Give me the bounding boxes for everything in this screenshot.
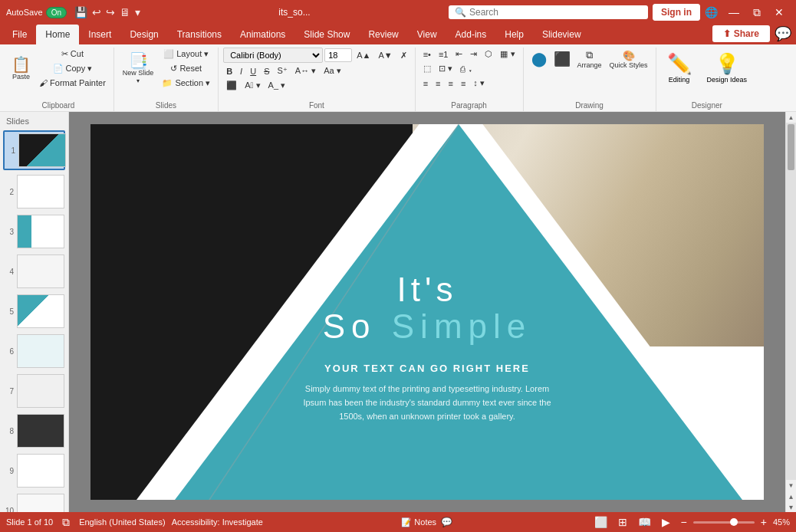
editing-button[interactable]: ✏️ Editing <box>661 48 698 88</box>
new-slide-button[interactable]: 📑 New Slide ▾ <box>119 51 158 87</box>
normal-view-button[interactable]: ⬜ <box>591 514 610 530</box>
smartart-button[interactable]: ⬡ <box>482 48 495 61</box>
slide-item[interactable]: 4 <box>3 253 65 290</box>
cut-button[interactable]: ✂ Cut <box>36 48 109 61</box>
slide-item[interactable]: 3 <box>3 213 65 250</box>
font-size-input[interactable] <box>324 48 352 62</box>
tab-review[interactable]: Review <box>359 25 407 44</box>
convert-smartart-button[interactable]: ⎙ ▾ <box>457 63 476 75</box>
decrease-indent-button[interactable]: ⇤ <box>452 48 465 61</box>
text-direction-button[interactable]: ⬛ <box>223 79 240 92</box>
redo-icon[interactable]: ↪ <box>106 6 115 18</box>
scroll-down-button[interactable]: ▼ <box>786 480 796 491</box>
font-color-button[interactable]: A_ ▾ <box>265 79 289 92</box>
scroll-track[interactable] <box>786 123 796 480</box>
design-ideas-button[interactable]: 💡 Design Ideas <box>701 48 754 88</box>
minimize-button[interactable]: — <box>722 5 745 21</box>
tab-design[interactable]: Design <box>120 25 167 44</box>
autosave-toggle[interactable]: On <box>46 7 67 18</box>
tab-slideview[interactable]: Slideview <box>533 25 590 44</box>
tab-help[interactable]: Help <box>495 25 533 44</box>
quick-styles-button[interactable]: 🎨 Quick Styles <box>607 48 651 71</box>
text-shadow-button[interactable]: S⁺ <box>274 64 290 77</box>
highlight-button[interactable]: A⃝ ▾ <box>242 79 263 92</box>
slide-item[interactable]: 2 <box>3 173 65 210</box>
tab-transitions[interactable]: Transitions <box>168 25 231 44</box>
canvas-area[interactable]: It's So Simple YOUR TEXT CAN GO RIGHT HE… <box>69 112 785 512</box>
comments-icon[interactable]: 💬 <box>441 517 452 527</box>
align-right-button[interactable]: ≡ <box>445 77 456 90</box>
reset-button[interactable]: ↺ Reset <box>159 62 213 75</box>
save-icon[interactable]: 💾 <box>74 6 87 18</box>
align-left-button[interactable]: ≡ <box>420 77 431 90</box>
reading-view-button[interactable]: 📖 <box>635 514 654 530</box>
scroll-up-button[interactable]: ▲ <box>786 112 796 123</box>
scroll-thumb[interactable] <box>788 124 794 170</box>
strikethrough-button[interactable]: S <box>261 65 272 77</box>
tab-animations[interactable]: Animations <box>231 25 294 44</box>
store-icon[interactable]: 🌐 <box>705 6 718 18</box>
layout-button[interactable]: ⬜ Layout ▾ <box>159 48 213 61</box>
restore-button[interactable]: ⧉ <box>747 5 767 21</box>
zoom-thumb[interactable] <box>730 518 738 526</box>
section-button[interactable]: 📁 Section ▾ <box>159 77 213 90</box>
slide-sorter-button[interactable]: ⊞ <box>615 514 630 530</box>
oval-shape-button[interactable]: ⬤ <box>528 48 550 70</box>
bold-button[interactable]: B <box>223 65 235 77</box>
slide-item[interactable]: 8 <box>3 412 65 449</box>
tab-home[interactable]: Home <box>36 25 79 44</box>
present-icon[interactable]: 🖥 <box>120 6 130 18</box>
clear-format-button[interactable]: ✗ <box>397 49 410 62</box>
expand-down-button[interactable]: ▾ <box>786 501 796 512</box>
copy-button[interactable]: 📄 Copy ▾ <box>36 62 109 75</box>
expand-up-button[interactable]: ▴ <box>786 491 796 501</box>
search-input[interactable] <box>469 7 623 18</box>
arrange-button[interactable]: ⧉ Arrange <box>574 48 605 71</box>
char-spacing-button[interactable]: A↔ ▾ <box>292 64 319 77</box>
change-case-button[interactable]: Aa ▾ <box>321 64 344 77</box>
right-scrollbar[interactable]: ▲ ▼ ▴ ▾ <box>785 112 796 512</box>
notes-button[interactable]: 📝 Notes <box>401 517 436 527</box>
fit-slide-button[interactable]: ⧉ <box>59 514 73 530</box>
font-name-select[interactable]: Calibri (Body) <box>223 48 323 63</box>
zoom-in-button[interactable]: + <box>758 514 770 530</box>
zoom-slider[interactable] <box>693 521 755 524</box>
columns-button[interactable]: ▦ ▾ <box>497 48 518 61</box>
slide-item[interactable]: 5 <box>3 293 65 330</box>
align-center-button[interactable]: ≡ <box>433 77 443 90</box>
justify-button[interactable]: ≡ <box>458 77 469 90</box>
format-painter-button[interactable]: 🖌 Format Painter <box>36 77 109 89</box>
line-spacing-button[interactable]: ↕ ▾ <box>470 77 488 90</box>
share-button[interactable]: ⬆ Share <box>712 25 770 42</box>
text-direction-btn[interactable]: ⬚ <box>420 62 434 75</box>
slide-title-line1: It's <box>235 271 619 308</box>
slide-item[interactable]: 1 <box>3 130 65 170</box>
close-button[interactable]: ✕ <box>768 5 790 21</box>
increase-indent-button[interactable]: ⇥ <box>467 48 480 61</box>
decrease-font-button[interactable]: A▼ <box>375 49 395 61</box>
underline-button[interactable]: U <box>247 65 259 77</box>
sign-in-button[interactable]: Sign in <box>653 4 700 21</box>
tab-insert[interactable]: Insert <box>79 25 120 44</box>
slide-canvas[interactable]: It's So Simple YOUR TEXT CAN GO RIGHT HE… <box>90 124 764 500</box>
customize-icon[interactable]: ▾ <box>135 6 140 18</box>
numbering-button[interactable]: ≡1 <box>436 48 452 61</box>
slide-item[interactable]: 9 <box>3 452 65 489</box>
slide-item[interactable]: 6 <box>3 333 65 369</box>
undo-icon[interactable]: ↩ <box>92 6 101 18</box>
tab-slideshow[interactable]: Slide Show <box>294 25 359 44</box>
tab-file[interactable]: File <box>3 25 36 44</box>
slide-item[interactable]: 10 <box>3 492 65 512</box>
paste-button[interactable]: 📋 Paste <box>8 54 35 83</box>
align-text-button[interactable]: ⊡ ▾ <box>436 62 456 75</box>
slide-item[interactable]: 7 <box>3 373 65 409</box>
italic-button[interactable]: I <box>237 65 245 77</box>
bullets-button[interactable]: ≡• <box>420 48 434 61</box>
tab-view[interactable]: View <box>408 25 446 44</box>
tab-addins[interactable]: Add-ins <box>446 25 496 44</box>
comment-icon[interactable]: 💬 <box>775 25 791 42</box>
slideshow-button[interactable]: ▶ <box>659 514 673 530</box>
rect-shape-button[interactable]: ⬛ <box>551 48 573 70</box>
increase-font-button[interactable]: A▲ <box>354 49 373 61</box>
zoom-out-button[interactable]: − <box>678 514 690 530</box>
